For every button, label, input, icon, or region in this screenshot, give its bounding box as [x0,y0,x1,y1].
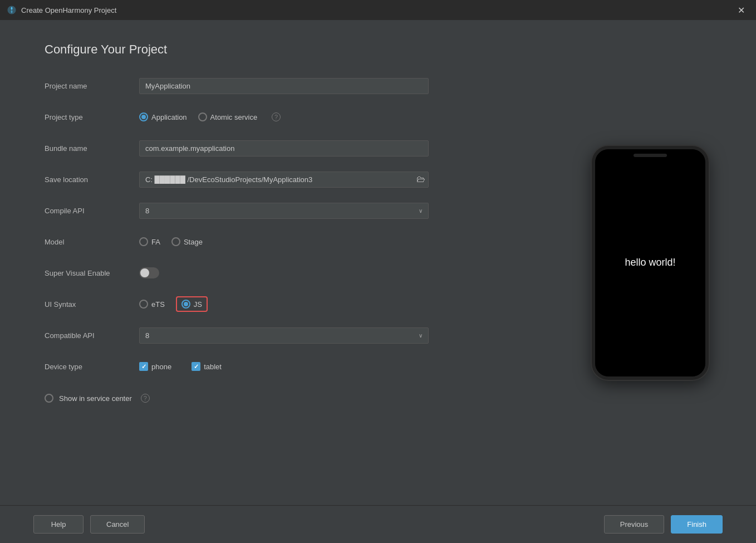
radio-application-dot [139,112,148,121]
compatible-api-chevron-icon: ∨ [419,332,423,339]
device-type-label: Device type [45,363,139,371]
phone-screen: hello world! [595,149,705,376]
ui-syntax-label: UI Syntax [45,300,139,309]
main-container: Configure Your Project Project name Proj… [0,20,756,505]
project-type-label: Project type [45,113,139,121]
compile-api-value: 8 [145,207,419,215]
phone-hello-text: hello world! [625,257,675,268]
compile-api-chevron-icon: ∨ [419,208,423,214]
close-icon[interactable]: ✕ [733,3,749,18]
ui-syntax-row: UI Syntax eTS JS [45,295,511,314]
service-center-label: Show in service center [59,394,132,403]
project-name-row: Project name [45,76,511,95]
checkbox-phone[interactable]: phone [139,362,171,371]
save-location-control: 🗁 [139,172,429,188]
phone-notch [634,154,667,157]
super-visual-label: Super Visual Enable [45,269,139,277]
service-center-row: Show in service center ? [45,394,511,403]
ui-syntax-control: eTS JS [139,296,429,312]
checkbox-phone-label: phone [151,363,171,371]
radio-ets[interactable]: eTS [139,300,165,309]
radio-stage[interactable]: Stage [171,237,203,246]
radio-js-label: JS [194,300,202,309]
save-location-row: Save location 🗁 [45,170,511,189]
radio-atomic-service-label: Atomic service [210,113,258,121]
location-input-wrap: 🗁 [139,172,429,188]
radio-js-highlight[interactable]: JS [176,296,208,312]
app-logo-icon [7,5,17,15]
radio-fa-label: FA [151,238,160,246]
device-type-row: Device type phone tablet [45,357,511,376]
bundle-name-control [139,140,429,156]
checkbox-tablet[interactable]: tablet [192,362,222,371]
radio-fa-dot [139,237,148,246]
cancel-button[interactable]: Cancel [90,515,145,534]
form-area: Configure Your Project Project name Proj… [0,20,544,505]
checkbox-phone-box [139,362,148,371]
bundle-name-input[interactable] [139,140,429,156]
bottom-bar-left: Help Cancel [33,515,145,534]
checkbox-tablet-box [192,362,200,371]
page-title: Configure Your Project [45,42,511,57]
compile-api-dropdown[interactable]: 8 ∨ [139,203,429,219]
previous-button[interactable]: Previous [604,515,665,534]
save-location-input[interactable] [139,172,429,188]
bundle-name-label: Bundle name [45,144,139,153]
bottom-bar: Help Cancel Previous Finish [0,505,756,543]
super-visual-toggle-thumb [140,268,149,277]
checkbox-tablet-label: tablet [204,363,222,371]
super-visual-control [139,267,429,278]
radio-application-label: Application [151,113,187,121]
project-name-control [139,78,429,94]
preview-area: hello world! [544,20,756,505]
radio-ets-label: eTS [151,300,165,309]
radio-ets-dot [139,300,148,309]
compile-api-row: Compile API 8 ∨ [45,201,511,220]
compile-api-label: Compile API [45,207,139,215]
project-name-label: Project name [45,82,139,90]
bottom-bar-right: Previous Finish [604,515,723,534]
titlebar: Create OpenHarmony Project ✕ [0,0,756,20]
radio-atomic-service[interactable]: Atomic service [198,112,258,121]
project-type-help-icon[interactable]: ? [272,112,281,121]
project-type-control: Application Atomic service ? [139,112,429,121]
compatible-api-value: 8 [145,331,419,340]
project-type-row: Project type Application Atomic service … [45,107,511,126]
project-name-input[interactable] [139,78,429,94]
device-type-control: phone tablet [139,362,429,371]
radio-stage-label: Stage [184,238,203,246]
super-visual-toggle[interactable] [139,267,159,278]
bundle-name-row: Bundle name [45,139,511,158]
titlebar-title: Create OpenHarmony Project [21,6,733,14]
save-location-label: Save location [45,175,139,184]
radio-fa[interactable]: FA [139,237,160,246]
radio-atomic-service-dot [198,112,207,121]
radio-js-dot [181,300,190,309]
compatible-api-dropdown[interactable]: 8 ∨ [139,327,429,344]
compatible-api-control: 8 ∨ [139,327,429,344]
compatible-api-row: Compatible API 8 ∨ [45,326,511,345]
help-button[interactable]: Help [33,515,84,534]
model-label: Model [45,238,139,246]
service-center-radio-dot[interactable] [45,394,53,403]
radio-application[interactable]: Application [139,112,187,121]
compatible-api-label: Compatible API [45,331,139,340]
phone-mockup: hello world! [592,146,709,380]
radio-stage-dot [171,237,180,246]
model-control: FA Stage [139,237,429,246]
finish-button[interactable]: Finish [671,515,723,534]
browse-icon[interactable]: 🗁 [416,174,425,184]
compile-api-control: 8 ∨ [139,203,429,219]
model-row: Model FA Stage [45,232,511,251]
service-center-help-icon[interactable]: ? [141,394,150,403]
super-visual-row: Super Visual Enable [45,263,511,282]
